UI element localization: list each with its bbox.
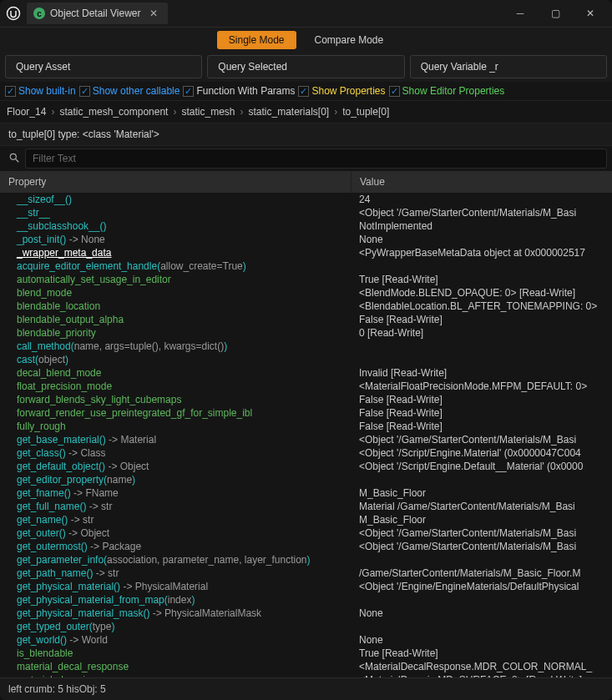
table-row[interactable]: get_typed_outer(type): [0, 620, 612, 633]
table-row[interactable]: get_editor_property(name): [0, 473, 612, 486]
titlebar: c Object Detail Viewer ✕ ─ ▢ ✕: [0, 0, 612, 27]
header-value[interactable]: Value: [351, 171, 612, 193]
search-icon: [5, 152, 20, 166]
breadcrumb-item[interactable]: to_tuple[0]: [342, 106, 389, 118]
table-row[interactable]: get_world() -> WorldNone: [0, 633, 612, 647]
table-row[interactable]: get_outer() -> Object<Object '/Game/Star…: [0, 526, 612, 540]
table-row[interactable]: get_physical_material_mask() -> Physical…: [0, 607, 612, 620]
breadcrumb-item[interactable]: static_mesh: [181, 106, 235, 118]
query-asset-button[interactable]: Query Asset: [5, 55, 202, 78]
search-row: [0, 146, 612, 171]
table-row[interactable]: get_class() -> Class<Object '/Script/Eng…: [0, 446, 612, 460]
maximize-button[interactable]: ▢: [539, 2, 572, 25]
table-row[interactable]: get_physical_material() -> PhysicalMater…: [0, 580, 612, 593]
chevron-right-icon: ›: [334, 106, 337, 118]
filter-input[interactable]: [25, 149, 607, 169]
table-row[interactable]: material_decal_response<MaterialDecalRes…: [0, 660, 612, 673]
app-logo-icon: [5, 5, 22, 22]
compare-mode-button[interactable]: Compare Mode: [303, 31, 396, 49]
table-row[interactable]: decal_blend_modeInvalid [Read-Write]: [0, 366, 612, 380]
table-body[interactable]: __sizeof__()24__str__<Object '/Game/Star…: [0, 193, 612, 677]
table-row[interactable]: forward_blends_sky_light_cubemapsFalse […: [0, 393, 612, 406]
table-row[interactable]: get_physical_material_from_map(index): [0, 593, 612, 607]
table-row[interactable]: blend_mode<BlendMode.BLEND_OPAQUE: 0> [R…: [0, 286, 612, 300]
table-row[interactable]: __str__<Object '/Game/StarterContent/Mat…: [0, 206, 612, 219]
query-selected-button[interactable]: Query Selected: [207, 55, 404, 78]
table-row[interactable]: is_blendableTrue [Read-Write]: [0, 647, 612, 660]
table-row[interactable]: fully_roughFalse [Read-Write]: [0, 420, 612, 433]
window-tab[interactable]: c Object Detail Viewer ✕: [27, 3, 168, 24]
table-row[interactable]: forward_render_use_preintegrated_gf_for_…: [0, 406, 612, 420]
table-row[interactable]: blendable_priority0 [Read-Write]: [0, 326, 612, 340]
table-row[interactable]: get_base_material() -> Material<Object '…: [0, 433, 612, 446]
property-table: Property Value __sizeof__()24__str__<Obj…: [0, 171, 612, 677]
query-row: Query Asset Query Selected Query Variabl…: [0, 52, 612, 82]
table-row[interactable]: cast(object): [0, 353, 612, 366]
header-property[interactable]: Property: [0, 171, 351, 193]
show-other-callable-checkbox[interactable]: Show other callable: [79, 85, 180, 97]
table-row[interactable]: get_outermost() -> Package<Object '/Game…: [0, 540, 612, 553]
table-row[interactable]: blendable_location<BlendableLocation.BL_…: [0, 300, 612, 313]
show-properties-checkbox[interactable]: Show Properties: [298, 85, 385, 97]
breadcrumb-item[interactable]: static_materials[0]: [248, 106, 329, 118]
close-tab-button[interactable]: ✕: [146, 8, 161, 19]
table-row[interactable]: get_fname() -> FNameM_Basic_Floor: [0, 486, 612, 500]
tab-title: Object Detail Viewer: [50, 8, 141, 19]
table-row[interactable]: float_precision_mode<MaterialFloatPrecis…: [0, 380, 612, 393]
filter-checkbox-row: Show built-in Show other callable Functi…: [0, 82, 612, 100]
table-row[interactable]: __subclasshook__()NotImplemented: [0, 219, 612, 233]
table-row[interactable]: _post_init() -> NoneNone: [0, 233, 612, 246]
tab-icon: c: [33, 8, 45, 19]
breadcrumb-item[interactable]: Floor_14: [7, 106, 46, 118]
breadcrumb-item[interactable]: static_mesh_component: [59, 106, 168, 118]
show-builtin-checkbox[interactable]: Show built-in: [5, 85, 76, 97]
function-with-params-checkbox[interactable]: Function With Params: [183, 85, 295, 97]
table-row[interactable]: automatically_set_usage_in_editorTrue [R…: [0, 273, 612, 286]
svg-point-1: [10, 154, 16, 159]
table-row[interactable]: get_path_name() -> str/Game/StarterConte…: [0, 567, 612, 580]
breadcrumb: Floor_14›static_mesh_component›static_me…: [0, 100, 612, 123]
status-bar: left crumb: 5 hisObj: 5: [0, 677, 612, 700]
table-row[interactable]: get_full_name() -> strMaterial /Game/Sta…: [0, 500, 612, 513]
table-row[interactable]: get_name() -> strM_Basic_Floor: [0, 513, 612, 526]
table-row[interactable]: acquire_editor_element_handle(allow_crea…: [0, 259, 612, 273]
mode-selector: Single Mode Compare Mode: [0, 27, 612, 52]
query-variable-button[interactable]: Query Variable _r: [410, 55, 607, 78]
minimize-button[interactable]: ─: [503, 2, 537, 25]
table-row[interactable]: material_domain<MaterialDomain.MD_SURFAC…: [0, 673, 612, 677]
show-editor-properties-checkbox[interactable]: Show Editor Properties: [389, 85, 505, 97]
type-info: to_tuple[0] type: <class 'Material'>: [0, 123, 612, 146]
table-row[interactable]: call_method(name, args=tuple(), kwargs=d…: [0, 340, 612, 353]
window-buttons: ─ ▢ ✕: [503, 2, 607, 25]
single-mode-button[interactable]: Single Mode: [217, 31, 296, 49]
close-window-button[interactable]: ✕: [574, 2, 607, 25]
table-header: Property Value: [0, 171, 612, 193]
table-row[interactable]: blendable_output_alphaFalse [Read-Write]: [0, 313, 612, 326]
table-row[interactable]: get_default_object() -> Object<Object '/…: [0, 460, 612, 473]
chevron-right-icon: ›: [240, 106, 243, 118]
chevron-right-icon: ›: [51, 106, 54, 118]
chevron-right-icon: ›: [173, 106, 176, 118]
table-row[interactable]: __sizeof__()24: [0, 193, 612, 206]
svg-line-2: [16, 159, 19, 162]
table-row[interactable]: _wrapper_meta_data<PyWrapperBaseMetaData…: [0, 246, 612, 259]
table-row[interactable]: get_parameter_info(association, paramete…: [0, 553, 612, 567]
